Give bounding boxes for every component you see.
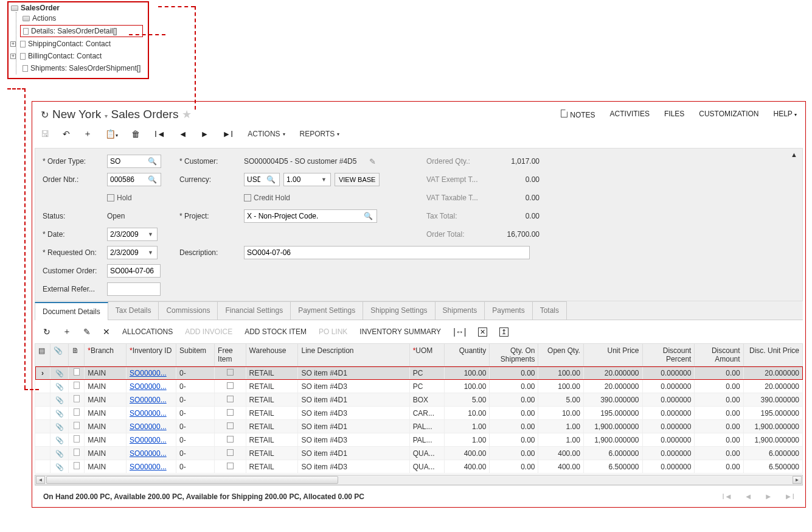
file-icon[interactable] xyxy=(74,368,80,376)
tab-document-details[interactable]: Document Details xyxy=(35,302,108,320)
hold-checkbox[interactable] xyxy=(107,194,114,201)
requested-on-field[interactable]: ▼ xyxy=(107,246,158,259)
free-item-checkbox[interactable] xyxy=(227,463,234,469)
refresh-icon[interactable]: ↻ xyxy=(41,109,49,121)
col-indicator[interactable]: ▤ xyxy=(35,344,50,366)
grid-edit-button[interactable]: ✎ xyxy=(83,327,91,337)
search-icon[interactable]: 🔍 xyxy=(144,157,161,166)
customization-link[interactable]: CUSTOMIZATION xyxy=(699,110,758,119)
grid-add-button[interactable]: ＋ xyxy=(63,326,71,337)
page-prev-icon[interactable]: ◄ xyxy=(744,492,752,501)
import-icon[interactable]: ↥ xyxy=(499,327,508,337)
prev-button[interactable]: ◄ xyxy=(179,129,187,139)
expander-icon[interactable]: + xyxy=(10,54,16,59)
inventory-link[interactable]: SO00000... xyxy=(130,422,167,431)
table-row[interactable]: 📎MAINSO00000...0-RETAILSO item #4D3QUA..… xyxy=(35,460,803,474)
tab-financial[interactable]: Financial Settings xyxy=(217,301,291,320)
file-icon[interactable] xyxy=(74,462,80,469)
last-button[interactable]: ►I xyxy=(222,129,233,139)
customer-order-field[interactable] xyxy=(107,264,161,278)
tree-node-billing[interactable]: + BillingContact: Contact xyxy=(21,50,142,62)
search-icon[interactable]: 🔍 xyxy=(144,175,161,184)
col-notes[interactable]: 📎 xyxy=(50,344,69,366)
pencil-icon[interactable]: ✎ xyxy=(369,157,376,166)
col-files[interactable]: 🗎 xyxy=(68,344,84,366)
file-icon[interactable] xyxy=(74,408,80,416)
scroll-right-icon[interactable]: ► xyxy=(793,476,802,484)
col-disc-pct[interactable]: Discount Percent xyxy=(642,344,695,366)
col-unit-price[interactable]: Unit Price xyxy=(583,344,642,366)
activities-link[interactable]: ACTIVITIES xyxy=(610,110,650,119)
inventory-link[interactable]: SO00000... xyxy=(130,382,167,391)
table-row[interactable]: 📎MAINSO00000...0-RETAILSO item #4D1BOX5.… xyxy=(35,393,803,407)
tab-shipments[interactable]: Shipments xyxy=(435,301,485,320)
project-field[interactable]: 🔍 xyxy=(244,209,377,223)
clip-icon[interactable]: 📎 xyxy=(55,423,64,430)
free-item-checkbox[interactable] xyxy=(227,422,234,429)
tab-totals[interactable]: Totals xyxy=(532,301,567,320)
date-field[interactable]: ▼ xyxy=(107,228,158,241)
horizontal-scrollbar[interactable]: ◄ ► xyxy=(35,475,803,485)
page-next-icon[interactable]: ► xyxy=(765,492,772,501)
add-button[interactable]: ＋ xyxy=(83,128,92,139)
file-icon[interactable] xyxy=(74,382,80,389)
file-icon[interactable] xyxy=(74,422,80,429)
free-item-checkbox[interactable] xyxy=(227,449,234,456)
scroll-thumb[interactable] xyxy=(46,476,338,484)
tree-root[interactable]: SalesOrder xyxy=(11,4,142,12)
free-item-checkbox[interactable] xyxy=(227,382,234,389)
chevron-down-icon[interactable]: ▼ xyxy=(144,250,157,256)
clip-icon[interactable]: 📎 xyxy=(55,436,64,444)
col-warehouse[interactable]: Warehouse xyxy=(246,344,298,366)
tab-payment-settings[interactable]: Payment Settings xyxy=(290,301,363,320)
col-branch[interactable]: Branch xyxy=(85,344,127,366)
col-free-item[interactable]: Free Item xyxy=(215,344,246,366)
grid-refresh-button[interactable]: ↻ xyxy=(43,327,50,337)
search-icon[interactable]: 🔍 xyxy=(360,212,377,220)
save-button[interactable]: 🖫 xyxy=(41,129,49,139)
external-ref-field[interactable] xyxy=(107,282,161,296)
scroll-left-icon[interactable]: ◄ xyxy=(36,476,45,484)
tab-payments[interactable]: Payments xyxy=(484,301,532,320)
undo-button[interactable]: ↶ xyxy=(63,129,70,139)
order-nbr-field[interactable]: 🔍 xyxy=(107,173,161,186)
clip-icon[interactable]: 📎 xyxy=(55,410,64,417)
view-base-button[interactable]: VIEW BASE xyxy=(335,173,380,186)
file-icon[interactable] xyxy=(74,395,80,402)
search-icon[interactable]: 🔍 xyxy=(263,175,279,184)
col-uom[interactable]: UOM xyxy=(409,344,444,366)
tree-node-shipments[interactable]: Shipments: SalesOrderShipment[] xyxy=(21,62,142,74)
clip-icon[interactable]: 📎 xyxy=(55,463,64,471)
inventory-link[interactable]: SO00000... xyxy=(130,396,167,404)
page-first-icon[interactable]: I◄ xyxy=(722,492,732,501)
inventory-link[interactable]: SO00000... xyxy=(130,436,167,444)
col-qty-ship[interactable]: Qty. On Shipments xyxy=(490,344,538,366)
col-disc-amt[interactable]: Discount Amount xyxy=(695,344,743,366)
free-item-checkbox[interactable] xyxy=(227,369,234,376)
col-disc-unit[interactable]: Disc. Unit Price xyxy=(743,344,802,366)
free-item-checkbox[interactable] xyxy=(227,409,234,416)
files-link[interactable]: FILES xyxy=(664,110,684,119)
inventory-summary-button[interactable]: INVENTORY SUMMARY xyxy=(359,327,441,336)
currency-field[interactable]: 🔍 xyxy=(244,173,280,186)
tab-shipping-settings[interactable]: Shipping Settings xyxy=(363,301,435,320)
table-row[interactable]: 📎MAINSO00000...0-RETAILSO item #4D3CAR..… xyxy=(35,407,803,420)
expander-icon[interactable]: + xyxy=(10,41,16,47)
free-item-checkbox[interactable] xyxy=(227,396,234,402)
delete-button[interactable]: 🗑 xyxy=(131,129,140,139)
order-type-field[interactable]: 🔍 xyxy=(107,155,161,168)
clip-icon[interactable]: 📎 xyxy=(55,383,64,390)
table-row[interactable]: 📎MAINSO00000...0-RETAILSO item #4D1PAL..… xyxy=(35,420,803,433)
tree-node-actions[interactable]: Actions xyxy=(21,12,142,24)
table-row[interactable]: ›📎MAINSO00000...0-RETAILSO item #4D1PC10… xyxy=(35,366,803,380)
tree-node-shipping[interactable]: + ShippingContact: Contact xyxy=(21,38,142,50)
inventory-link[interactable]: SO00000... xyxy=(130,463,167,471)
table-row[interactable]: 📎MAINSO00000...0-RETAILSO item #4D3PC100… xyxy=(35,380,803,393)
tab-commissions[interactable]: Commissions xyxy=(158,301,218,320)
chevron-down-icon[interactable]: ▼ xyxy=(144,231,157,237)
company-selector[interactable]: New York ▾ xyxy=(52,108,108,121)
reports-menu[interactable]: REPORTS ▾ xyxy=(300,130,340,138)
clip-icon[interactable]: 📎 xyxy=(55,369,64,377)
star-icon[interactable]: ★ xyxy=(182,108,192,121)
inventory-link[interactable]: SO00000... xyxy=(130,369,167,377)
